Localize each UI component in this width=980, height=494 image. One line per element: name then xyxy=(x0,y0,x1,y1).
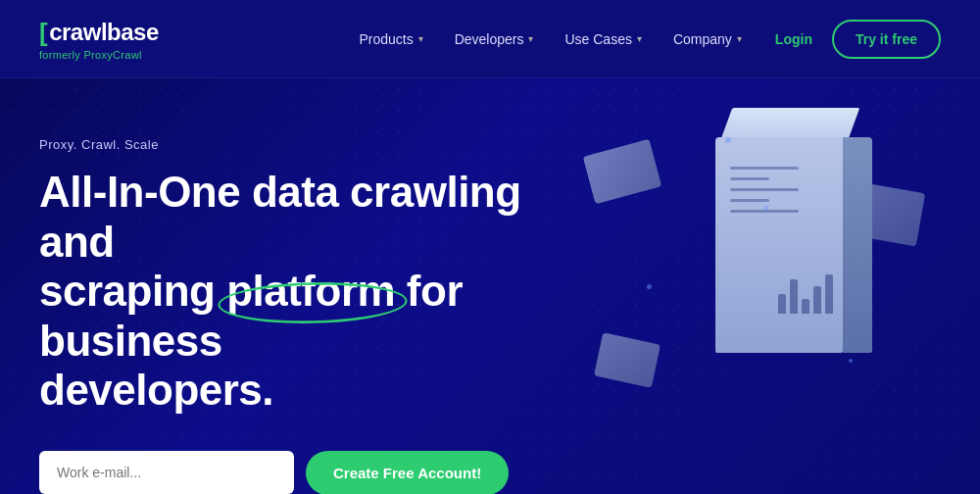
server-line xyxy=(730,167,799,170)
chevron-down-icon: ▾ xyxy=(637,33,642,44)
try-free-button[interactable]: Try it free xyxy=(832,20,941,59)
hero-section: Proxy. Crawl. Scale All-In-One data craw… xyxy=(0,78,980,494)
hero-content: Proxy. Crawl. Scale All-In-One data craw… xyxy=(39,137,608,494)
scatter-dot xyxy=(849,359,853,363)
server-front-face xyxy=(715,137,843,353)
create-account-button[interactable]: Create Free Account! xyxy=(306,451,509,494)
logo-wordmark: [crawlbase xyxy=(39,18,159,48)
server-line xyxy=(730,199,769,202)
nav-products[interactable]: Products ▾ xyxy=(345,24,436,55)
email-input[interactable] xyxy=(39,451,294,494)
signup-form: Create Free Account! xyxy=(39,451,608,494)
navbar: [crawlbase formerly ProxyCrawl Products … xyxy=(0,0,980,78)
scatter-dot xyxy=(647,284,652,289)
logo: [crawlbase formerly ProxyCrawl xyxy=(39,18,159,61)
server-illustration xyxy=(568,88,941,461)
hero-title-underline: platform xyxy=(226,267,395,315)
server-line xyxy=(730,177,769,180)
chart-bar xyxy=(825,274,833,314)
scatter-dot xyxy=(764,206,768,210)
server-bar-chart xyxy=(778,274,833,314)
chevron-down-icon: ▾ xyxy=(418,33,423,44)
chevron-down-icon: ▾ xyxy=(528,33,533,44)
server-tower xyxy=(715,108,843,353)
nav-company[interactable]: Company ▾ xyxy=(660,24,756,55)
nav-developers[interactable]: Developers ▾ xyxy=(441,24,548,55)
chart-bar xyxy=(790,279,798,314)
scatter-dot xyxy=(725,137,731,143)
server-line xyxy=(730,188,799,191)
chevron-down-icon: ▾ xyxy=(737,33,742,44)
hero-title: All-In-One data crawling and scraping pl… xyxy=(39,168,608,416)
chart-bar xyxy=(778,294,786,314)
login-link[interactable]: Login xyxy=(760,24,828,55)
chart-bar xyxy=(802,299,809,314)
server-line xyxy=(730,210,799,213)
chart-bar xyxy=(813,286,821,314)
logo-subtitle: formerly ProxyCrawl xyxy=(39,49,159,61)
server-right-face xyxy=(843,137,872,353)
hero-tagline: Proxy. Crawl. Scale xyxy=(39,137,608,152)
nav-use-cases[interactable]: Use Cases ▾ xyxy=(551,24,655,55)
logo-bracket-icon: [ xyxy=(39,18,47,48)
nav-links: Products ▾ Developers ▾ Use Cases ▾ Comp… xyxy=(345,20,941,59)
